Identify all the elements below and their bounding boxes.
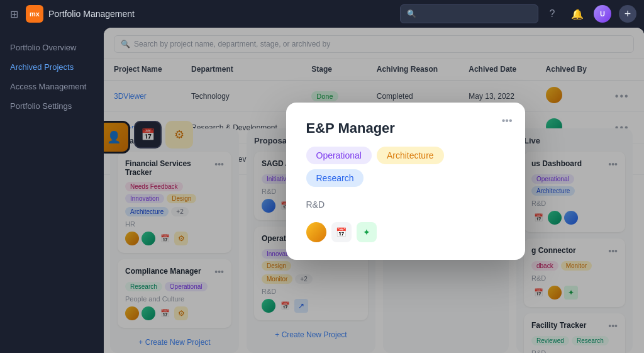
sidebar-item-portfolio-settings[interactable]: Portfolio Settings	[0, 96, 104, 116]
modal-tag-research: Research	[306, 169, 364, 187]
modal-tags: Operational Architecture Research	[306, 147, 505, 187]
modal-dept: R&D	[306, 199, 505, 210]
modal-title: E&P Manager	[306, 120, 505, 137]
sidebar-item-access-management[interactable]: Access Management	[0, 77, 104, 96]
modal-action-icon-green[interactable]: ✦	[357, 222, 377, 242]
main-layout: Portfolio Overview Archived Projects Acc…	[0, 28, 644, 353]
search-icon: 🔍	[407, 9, 416, 18]
modal-avatar	[306, 222, 326, 242]
modal-more-button[interactable]: •••	[502, 115, 513, 126]
bell-icon[interactable]: 🔔	[569, 5, 586, 23]
add-button[interactable]: +	[619, 5, 636, 23]
modal-calendar-icon[interactable]: 📅	[331, 222, 352, 242]
user-avatar[interactable]: U	[594, 5, 611, 23]
modal-footer: 📅 ✦	[306, 222, 505, 242]
top-nav: ⊞ mx Portfolio Management 🔍 ? 🔔 U +	[0, 0, 644, 28]
modal-tag-architecture: Architecture	[377, 147, 444, 164]
app-logo: mx	[26, 5, 43, 23]
sidebar-item-portfolio-overview[interactable]: Portfolio Overview	[0, 38, 104, 57]
app-title: Portfolio Management	[48, 9, 395, 19]
nav-actions: ? 🔔 U +	[543, 5, 636, 23]
help-icon[interactable]: ?	[543, 5, 561, 23]
main-content: 🔍 Search by project name, department, st…	[104, 28, 644, 353]
sidebar: Portfolio Overview Archived Projects Acc…	[0, 28, 104, 353]
sidebar-item-archived-projects[interactable]: Archived Projects	[0, 57, 104, 77]
modal-tag-operational: Operational	[306, 147, 372, 164]
grid-icon[interactable]: ⊞	[8, 6, 21, 23]
ep-manager-modal: ••• E&P Manager Operational Architecture…	[286, 103, 525, 260]
modal-overlay[interactable]: ••• E&P Manager Operational Architecture…	[104, 28, 644, 353]
nav-search-bar: 🔍	[400, 4, 538, 23]
